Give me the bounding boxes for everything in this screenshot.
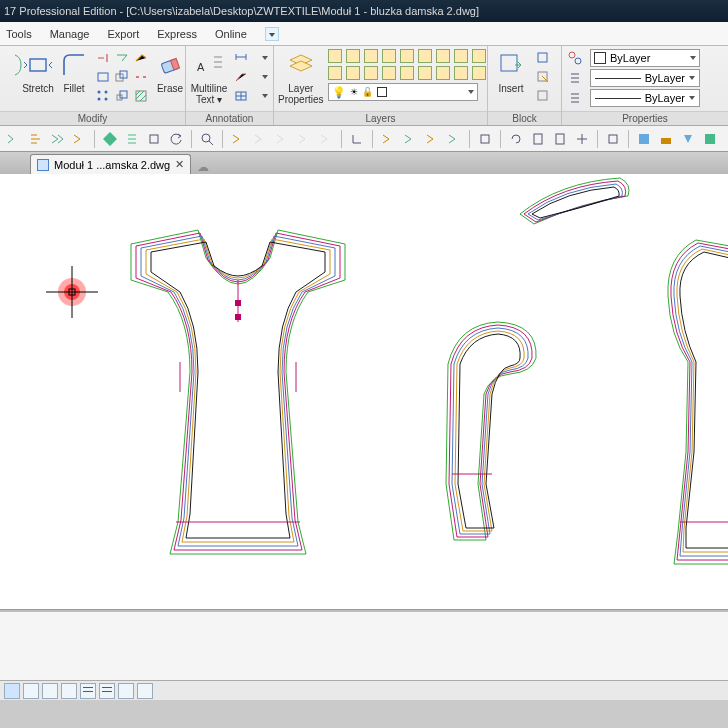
qb-c3[interactable] bbox=[678, 129, 698, 149]
hatch-icon[interactable] bbox=[132, 87, 150, 105]
qb-refresh-icon[interactable] bbox=[166, 129, 186, 149]
title-text: 17 Professional Edition - [C:\Users\izab… bbox=[4, 5, 479, 17]
match-prop-icon[interactable] bbox=[566, 49, 584, 67]
qb-a1[interactable] bbox=[228, 129, 248, 149]
qb-b3[interactable] bbox=[422, 129, 442, 149]
list2-icon[interactable] bbox=[566, 89, 584, 107]
sb-polar-icon[interactable] bbox=[61, 683, 77, 699]
svg-point-7 bbox=[105, 98, 108, 101]
qb-b1[interactable] bbox=[378, 129, 398, 149]
layer-state-icon[interactable] bbox=[328, 49, 342, 63]
insert-button[interactable]: Insert bbox=[492, 49, 530, 94]
qb-c2[interactable] bbox=[656, 129, 676, 149]
scale-icon[interactable] bbox=[113, 87, 131, 105]
close-icon[interactable]: ✕ bbox=[175, 158, 184, 171]
lineweight-combo[interactable]: ByLayer bbox=[590, 69, 700, 87]
file-tab-label: Moduł 1 ...amska 2.dwg bbox=[54, 159, 170, 171]
dim-dropdown-icon[interactable] bbox=[251, 49, 269, 67]
sb-model-icon[interactable] bbox=[137, 683, 153, 699]
svg-point-19 bbox=[569, 52, 575, 58]
qb-lines-icon[interactable] bbox=[122, 129, 142, 149]
qb-green-icon[interactable] bbox=[100, 129, 120, 149]
block-attr-icon[interactable] bbox=[534, 87, 552, 105]
qb-a2[interactable] bbox=[250, 129, 270, 149]
qb-t3-icon[interactable] bbox=[69, 129, 89, 149]
pattern-front-bodice bbox=[118, 222, 358, 562]
qb-arrow-icon[interactable] bbox=[3, 129, 23, 149]
layer-properties-button[interactable]: Layer Properties bbox=[278, 49, 324, 105]
edit-poly-icon[interactable] bbox=[132, 49, 150, 67]
qb-b4[interactable] bbox=[444, 129, 464, 149]
linetype-combo[interactable]: ByLayer bbox=[590, 89, 700, 107]
qb-c4[interactable] bbox=[700, 129, 720, 149]
menu-manage[interactable]: Manage bbox=[50, 28, 90, 40]
pattern-sleeve bbox=[428, 314, 568, 564]
sb-lwt-icon[interactable] bbox=[118, 683, 134, 699]
menu-bar: Tools Manage Export Express Online bbox=[0, 22, 728, 46]
sb-osnap-icon[interactable] bbox=[80, 683, 96, 699]
qb-doc-icon[interactable] bbox=[528, 129, 548, 149]
sb-otrack-icon[interactable] bbox=[99, 683, 115, 699]
copy-icon[interactable] bbox=[113, 68, 131, 86]
svg-point-23 bbox=[202, 134, 210, 142]
qb-sq1[interactable] bbox=[475, 129, 495, 149]
leader-drop-icon[interactable] bbox=[251, 68, 269, 86]
quick-toolbar bbox=[0, 126, 728, 152]
layer-states-row2 bbox=[328, 66, 489, 81]
menu-online[interactable]: Online bbox=[215, 28, 247, 40]
qb-sq2[interactable] bbox=[603, 129, 623, 149]
qb-angle-icon[interactable] bbox=[347, 129, 367, 149]
fillet-button[interactable]: Fillet bbox=[58, 49, 90, 94]
extend-icon[interactable] bbox=[113, 49, 131, 67]
svg-rect-21 bbox=[103, 132, 117, 146]
lock-icon: 🔓 bbox=[362, 87, 373, 97]
qb-b2[interactable] bbox=[400, 129, 420, 149]
svg-rect-25 bbox=[534, 134, 542, 144]
sb-ortho-icon[interactable] bbox=[42, 683, 58, 699]
menu-tools[interactable]: Tools bbox=[6, 28, 32, 40]
list-icon[interactable] bbox=[566, 69, 584, 87]
rect-icon[interactable] bbox=[94, 68, 112, 86]
qb-plus-icon[interactable] bbox=[572, 129, 592, 149]
qb-zoom-icon[interactable] bbox=[197, 129, 217, 149]
file-tab-active[interactable]: Moduł 1 ...amska 2.dwg ✕ bbox=[30, 154, 191, 174]
qb-rot-icon[interactable] bbox=[506, 129, 526, 149]
qb-doc2-icon[interactable] bbox=[550, 129, 570, 149]
qb-a3[interactable] bbox=[272, 129, 292, 149]
menu-overflow-toggle[interactable] bbox=[265, 27, 279, 41]
layer-color-swatch bbox=[377, 87, 387, 97]
qb-t2-icon[interactable] bbox=[47, 129, 67, 149]
panel-properties: ByLayer ByLayer ByLayer Properties bbox=[562, 46, 728, 125]
multiline-text-button[interactable]: A Multiline Text ▾ bbox=[190, 49, 228, 105]
block-create-icon[interactable] bbox=[534, 49, 552, 67]
sb-snap-icon[interactable] bbox=[4, 683, 20, 699]
layer-states-row1 bbox=[328, 49, 489, 64]
svg-rect-34 bbox=[235, 300, 241, 306]
panel-annotation: A Multiline Text ▾ Annotation bbox=[186, 46, 274, 125]
qb-play-icon[interactable] bbox=[25, 129, 45, 149]
dim-linear-icon[interactable] bbox=[232, 49, 250, 67]
sb-grid-icon[interactable] bbox=[23, 683, 39, 699]
break-icon[interactable] bbox=[132, 68, 150, 86]
block-edit-icon[interactable] bbox=[534, 68, 552, 86]
qb-c1[interactable] bbox=[634, 129, 654, 149]
table-drop-icon[interactable] bbox=[251, 87, 269, 105]
leader-icon[interactable] bbox=[232, 68, 250, 86]
stretch-button[interactable]: Stretch bbox=[22, 49, 54, 94]
tool-partial[interactable] bbox=[4, 49, 18, 83]
color-combo[interactable]: ByLayer bbox=[590, 49, 700, 67]
trim-icon[interactable] bbox=[94, 49, 112, 67]
menu-express[interactable]: Express bbox=[157, 28, 197, 40]
array-icon[interactable] bbox=[94, 87, 112, 105]
command-area[interactable] bbox=[0, 610, 728, 680]
qb-a5[interactable] bbox=[316, 129, 336, 149]
svg-rect-22 bbox=[150, 135, 158, 143]
cloud-icon[interactable]: ☁ bbox=[197, 160, 209, 174]
qb-a4[interactable] bbox=[294, 129, 314, 149]
erase-button[interactable]: Erase bbox=[154, 49, 186, 94]
layer-select-combo[interactable]: 💡 ☀ 🔓 bbox=[328, 83, 478, 101]
table-icon[interactable] bbox=[232, 87, 250, 105]
menu-export[interactable]: Export bbox=[107, 28, 139, 40]
drawing-canvas[interactable] bbox=[0, 174, 728, 610]
qb-target-icon[interactable] bbox=[144, 129, 164, 149]
